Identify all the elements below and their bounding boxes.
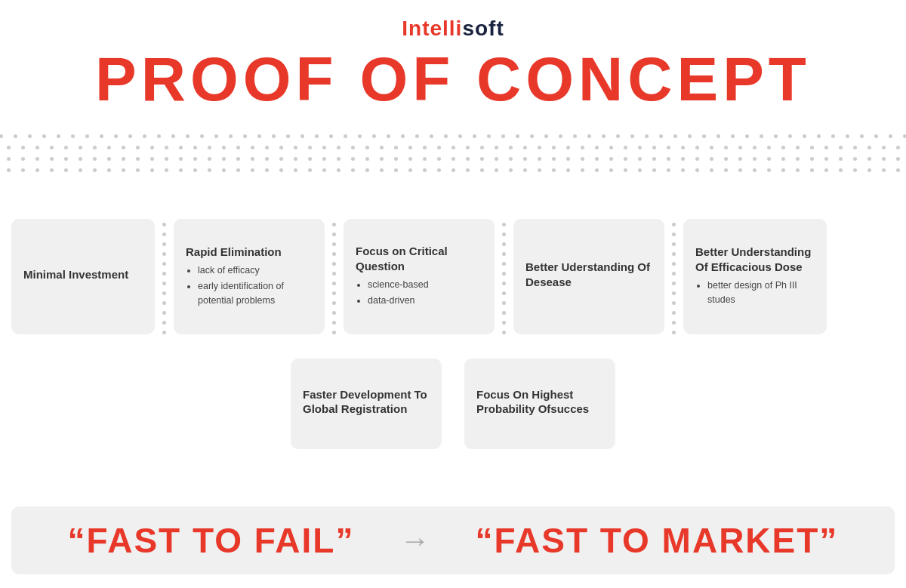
dot [265,157,269,161]
v-separator-2 [332,219,336,334]
dot [358,134,362,138]
dot [566,157,570,161]
dot [243,134,247,138]
dot [222,157,226,161]
dot [150,168,154,172]
card-faster-development: Faster Development To Global Registratio… [291,359,442,449]
dot [186,134,190,138]
dot [322,168,326,172]
logo: Intellisoft [402,17,504,40]
card-minimal-investment: Minimal Investment [11,219,155,334]
dot [322,146,326,149]
dot [581,146,584,149]
dot [236,157,240,161]
dot [724,146,728,149]
dot [559,134,562,138]
dot [710,146,713,149]
dot [509,168,513,172]
dot [581,168,584,172]
dot [566,168,570,172]
dot [21,157,25,161]
card-better-dose: Better Understanding Of Efficacious Dose… [683,219,827,334]
dot [337,168,341,172]
gap [449,359,457,449]
dot [286,134,290,138]
dot [781,146,785,149]
dot [337,146,341,149]
dot [165,168,168,172]
dot [236,146,240,149]
dot [179,157,183,161]
dot [329,134,333,138]
dot [480,146,484,149]
dot [688,134,692,138]
dot [351,146,355,149]
dot [365,168,369,172]
dot [896,146,900,149]
dot [430,134,433,138]
card-rapid-elimination: Rapid Elimination lack of efficacy early… [174,219,325,334]
dot [93,157,97,161]
dot [695,157,699,161]
dot [372,134,376,138]
dot [824,157,828,161]
dot [867,168,871,172]
dot [122,168,125,172]
dot [143,134,146,138]
dot [716,134,720,138]
dot [128,134,132,138]
dot [272,134,276,138]
dot [738,168,742,172]
dot [774,134,778,138]
dot [810,168,814,172]
dot [839,146,843,149]
dot [251,157,254,161]
dot [100,134,103,138]
bullet-1: science-based [368,278,482,292]
card-better-understanding: Better Uderstanding Of Desease [513,219,664,334]
dot [695,168,699,172]
card-rapid-elimination-body: lack of efficacy early identification of… [186,263,313,309]
dot [544,134,548,138]
dot [222,168,226,172]
dot [817,134,821,138]
dot [882,168,886,172]
dot [480,157,484,161]
dot [0,134,3,138]
dot [860,134,864,138]
dot [673,134,677,138]
dot [157,134,161,138]
dot [451,168,455,172]
dot [171,134,175,138]
dot [50,146,54,149]
dot [573,134,577,138]
dot [495,168,498,172]
dot [652,168,656,172]
dot [179,168,183,172]
dot [480,168,484,172]
dot [896,168,900,172]
dot [64,157,68,161]
dot [308,146,312,149]
v-separator-1 [162,219,166,334]
bullet-2: early identification of potential proble… [198,279,313,308]
dot [437,157,441,161]
dot [595,146,599,149]
dot [394,168,398,172]
dot [265,168,269,172]
dot [322,157,326,161]
banner-left: “FAST TO FAIL” [68,520,355,561]
dot [193,146,197,149]
dot-row-3 [0,157,906,161]
dot [681,157,685,161]
dot [523,146,527,149]
dot [21,146,25,149]
dot [64,146,68,149]
dot [509,157,513,161]
dot [380,157,384,161]
spacer-right [623,359,895,449]
dot [523,168,527,172]
dot [85,134,89,138]
dot [423,157,427,161]
dot [760,134,763,138]
